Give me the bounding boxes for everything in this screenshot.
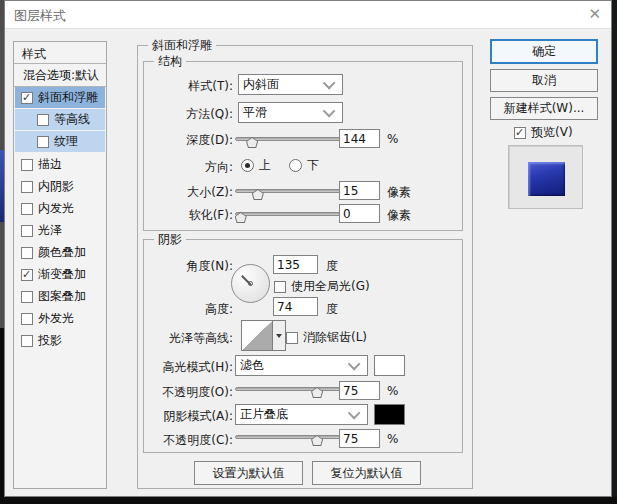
style-dropdown-value: 内斜面 <box>243 76 326 93</box>
inner-shadow-checkbox[interactable] <box>21 181 33 193</box>
shadow-opacity-slider[interactable] <box>235 432 349 446</box>
anti-alias-checkbox[interactable] <box>286 332 298 344</box>
gradient-overlay-checkbox[interactable] <box>21 269 33 281</box>
radio-up[interactable] <box>241 159 254 172</box>
sidebar-item-label: 渐变叠加 <box>38 266 86 283</box>
sidebar-item-inner-glow[interactable]: 内发光 <box>15 198 105 219</box>
slider-track[interactable] <box>235 189 349 193</box>
soften-unit: 像素 <box>387 207 411 224</box>
sidebar-item-bevel-emboss[interactable]: 斜面和浮雕 <box>15 87 105 108</box>
size-unit: 像素 <box>387 184 411 201</box>
workspace-backdrop-bottom <box>0 497 617 504</box>
sidebar-item-label: 内阴影 <box>38 178 74 195</box>
angle-input[interactable] <box>273 255 318 274</box>
use-global-light-option[interactable]: 使用全局光(G) <box>274 278 370 295</box>
satin-checkbox[interactable] <box>21 225 33 237</box>
gloss-contour-arrow-button[interactable] <box>273 320 286 351</box>
gloss-contour-label: 光泽等高线: <box>141 330 233 347</box>
angle-dial[interactable] <box>231 264 270 303</box>
depth-input[interactable] <box>339 129 380 148</box>
stroke-checkbox[interactable] <box>21 159 33 171</box>
sidebar-item-satin[interactable]: 光泽 <box>15 220 105 241</box>
direction-down-label: 下 <box>307 157 319 174</box>
sidebar-item-label: 混合选项:默认 <box>23 67 99 84</box>
preview-label: 预览(V) <box>531 124 573 141</box>
use-global-light-checkbox[interactable] <box>274 281 286 293</box>
size-input[interactable] <box>339 181 380 200</box>
shadow-mode-label: 阴影模式(A): <box>141 408 233 425</box>
direction-down-radio[interactable]: 下 <box>289 157 319 174</box>
sidebar-item-label: 光泽 <box>38 222 62 239</box>
use-global-light-label: 使用全局光(G) <box>291 278 370 295</box>
slider-track[interactable] <box>235 435 349 439</box>
direction-label: 方向: <box>141 159 233 176</box>
highlight-opacity-unit: % <box>387 384 398 398</box>
highlight-mode-dropdown[interactable]: 滤色 <box>235 355 368 376</box>
sidebar-item-drop-shadow[interactable]: 投影 <box>15 330 105 351</box>
sidebar-item-label: 斜面和浮雕 <box>38 89 98 106</box>
shading-group-title: 阴影 <box>154 231 186 248</box>
color-overlay-checkbox[interactable] <box>21 247 33 259</box>
depth-slider[interactable] <box>235 134 349 148</box>
highlight-color-swatch[interactable] <box>374 355 405 376</box>
texture-checkbox[interactable] <box>37 136 49 148</box>
structure-group-title: 结构 <box>154 53 186 70</box>
sidebar-item-blending-options[interactable]: 混合选项:默认 <box>15 65 105 86</box>
depth-label: 深度(D): <box>141 132 233 149</box>
new-style-button[interactable]: 新建样式(W)... <box>490 97 598 120</box>
dialog-title: 图层样式 <box>14 7 66 25</box>
shadow-opacity-input[interactable] <box>339 429 380 448</box>
preview-option[interactable]: 预览(V) <box>514 124 573 141</box>
altitude-input[interactable] <box>273 297 318 316</box>
bevel-emboss-checkbox[interactable] <box>21 92 33 104</box>
sidebar-item-label: 描边 <box>38 156 62 173</box>
close-icon[interactable]: ✕ <box>588 5 601 23</box>
panel-title: 斜面和浮雕 <box>148 37 216 54</box>
technique-dropdown[interactable]: 平滑 <box>238 102 343 123</box>
sidebar-item-gradient-overlay[interactable]: 渐变叠加 <box>15 264 105 285</box>
style-preview-thumbnail <box>528 162 565 196</box>
size-slider[interactable] <box>235 186 349 200</box>
soften-slider[interactable] <box>235 209 349 223</box>
sidebar-item-pattern-overlay[interactable]: 图案叠加 <box>15 286 105 307</box>
altitude-unit: 度 <box>326 301 338 318</box>
gloss-contour-swatch[interactable] <box>241 320 273 351</box>
title-bar[interactable]: 图层样式 ✕ <box>5 1 611 29</box>
direction-up-radio[interactable]: 上 <box>241 157 271 174</box>
sidebar-item-label: 纹理 <box>54 133 78 150</box>
sidebar-item-outer-glow[interactable]: 外发光 <box>15 308 105 329</box>
technique-label: 方法(Q): <box>141 106 233 123</box>
sidebar-item-stroke[interactable]: 描边 <box>15 154 105 175</box>
preview-checkbox[interactable] <box>514 127 526 139</box>
sidebar-item-label: 外发光 <box>38 310 74 327</box>
anti-alias-option[interactable]: 消除锯齿(L) <box>286 329 367 346</box>
shadow-mode-dropdown[interactable]: 正片叠底 <box>235 404 368 425</box>
cancel-button[interactable]: 取消 <box>490 69 598 92</box>
inner-glow-checkbox[interactable] <box>21 203 33 215</box>
sidebar-item-color-overlay[interactable]: 颜色叠加 <box>15 242 105 263</box>
technique-dropdown-value: 平滑 <box>243 104 326 121</box>
slider-track[interactable] <box>235 212 349 216</box>
slider-track[interactable] <box>235 387 349 391</box>
drop-shadow-checkbox[interactable] <box>21 335 33 347</box>
sidebar-item-contour[interactable]: 等高线 <box>15 109 105 130</box>
soften-input[interactable] <box>339 204 380 223</box>
highlight-opacity-input[interactable] <box>339 381 380 400</box>
contour-checkbox[interactable] <box>37 114 49 126</box>
ok-button[interactable]: 确定 <box>490 39 598 64</box>
shadow-color-swatch[interactable] <box>374 404 405 425</box>
highlight-opacity-label: 不透明度(O): <box>141 384 233 401</box>
reset-default-button[interactable]: 复位为默认值 <box>312 461 421 485</box>
style-dropdown[interactable]: 内斜面 <box>238 74 343 95</box>
sidebar-item-inner-shadow[interactable]: 内阴影 <box>15 176 105 197</box>
radio-down[interactable] <box>289 159 302 172</box>
pattern-overlay-checkbox[interactable] <box>21 291 33 303</box>
outer-glow-checkbox[interactable] <box>21 313 33 325</box>
styles-list-panel: 样式 混合选项:默认 斜面和浮雕 等高线 纹理 描边 内阴影 内发光 <box>13 41 107 489</box>
sidebar-item-texture[interactable]: 纹理 <box>15 131 105 152</box>
shadow-mode-value: 正片叠底 <box>240 406 351 423</box>
sidebar-item-label: 颜色叠加 <box>38 244 86 261</box>
size-label: 大小(Z): <box>141 184 233 201</box>
set-default-button[interactable]: 设置为默认值 <box>194 461 303 485</box>
highlight-opacity-slider[interactable] <box>235 384 349 398</box>
